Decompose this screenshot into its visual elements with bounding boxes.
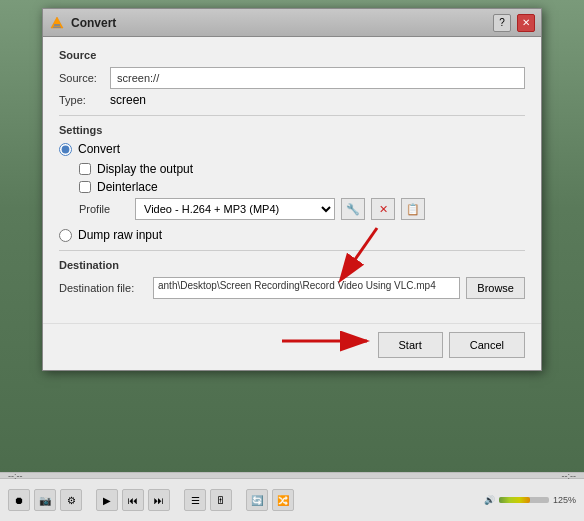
dialog-wrapper: Convert ? ✕ Source Source: screen:// Typ…: [0, 0, 584, 521]
vlc-shuffle-button[interactable]: 🔀: [272, 489, 294, 511]
display-output-row: Display the output: [79, 162, 525, 176]
source-section: Source Source: screen:// Type: screen: [59, 49, 525, 107]
destination-file-row: Destination file: anth\Desktop\Screen Re…: [59, 277, 525, 299]
divider-2: [59, 250, 525, 251]
vlc-equalizer-button[interactable]: 🎚: [210, 489, 232, 511]
vlc-volume-icon: 🔊: [484, 495, 495, 505]
vlc-prev-button[interactable]: ⏮: [122, 489, 144, 511]
close-button[interactable]: ✕: [517, 14, 535, 32]
down-arrow: [327, 223, 387, 283]
profile-delete-button[interactable]: ✕: [371, 198, 395, 220]
source-key: Source:: [59, 72, 104, 84]
destination-file-input[interactable]: anth\Desktop\Screen Recording\Record Vid…: [153, 277, 460, 299]
vlc-controls: ⏺ 📷 ⚙ ▶ ⏮ ⏭ ☰ 🎚 🔄 🔀 🔊 125%: [0, 479, 584, 521]
convert-radio[interactable]: [59, 143, 72, 156]
vlc-settings-button[interactable]: ⚙: [60, 489, 82, 511]
svg-line-4: [347, 228, 377, 271]
source-section-label: Source: [59, 49, 525, 61]
vlc-step-back-button[interactable]: ⏭: [148, 489, 170, 511]
vlc-icon: [49, 15, 65, 31]
type-value: screen: [110, 93, 146, 107]
profile-row: Profile Video - H.264 + MP3 (MP4) 🔧 ✕ 📋: [79, 198, 525, 220]
vlc-volume-bar[interactable]: [499, 497, 549, 503]
profile-select[interactable]: Video - H.264 + MP3 (MP4): [135, 198, 335, 220]
vlc-playlist-button[interactable]: ☰: [184, 489, 206, 511]
type-key: Type:: [59, 94, 104, 106]
divider-1: [59, 115, 525, 116]
dump-raw-row: Dump raw input: [59, 228, 525, 242]
svg-rect-1: [54, 24, 60, 26]
convert-radio-label: Convert: [78, 142, 120, 156]
vlc-loop-button[interactable]: 🔄: [246, 489, 268, 511]
vlc-volume-fill: [499, 497, 530, 503]
settings-section: Settings Convert Display the output Dein…: [59, 124, 525, 242]
dump-raw-label: Dump raw input: [78, 228, 162, 242]
dialog-title: Convert: [71, 16, 487, 30]
title-bar: Convert ? ✕: [43, 9, 541, 37]
vlc-time-right: --:--: [562, 471, 577, 481]
settings-section-label: Settings: [59, 124, 525, 136]
display-output-label: Display the output: [97, 162, 193, 176]
type-row: Type: screen: [59, 93, 525, 107]
vlc-volume-pct: 125%: [553, 495, 576, 505]
vlc-play-button[interactable]: ▶: [96, 489, 118, 511]
svg-rect-2: [53, 26, 61, 28]
dialog-body: Source Source: screen:// Type: screen Se…: [43, 37, 541, 319]
deinterlace-label: Deinterlace: [97, 180, 158, 194]
cancel-button[interactable]: Cancel: [449, 332, 525, 358]
destination-section: Destination Destination file: anth\Deskt…: [59, 259, 525, 299]
dump-raw-radio[interactable]: [59, 229, 72, 242]
vlc-time-left: --:--: [8, 471, 23, 481]
profile-wrench-button[interactable]: 🔧: [341, 198, 365, 220]
display-output-checkbox[interactable]: [79, 163, 91, 175]
vlc-volume-control: 🔊 125%: [484, 495, 576, 505]
profile-copy-button[interactable]: 📋: [401, 198, 425, 220]
deinterlace-checkbox[interactable]: [79, 181, 91, 193]
source-row: Source: screen://: [59, 67, 525, 89]
start-button[interactable]: Start: [378, 332, 443, 358]
destination-file-value: anth\Desktop\Screen Recording\Record Vid…: [158, 280, 436, 291]
browse-button[interactable]: Browse: [466, 277, 525, 299]
vlc-camera-button[interactable]: 📷: [34, 489, 56, 511]
convert-radio-row: Convert: [59, 142, 525, 156]
profile-label: Profile: [79, 203, 129, 215]
destination-section-label: Destination: [59, 259, 525, 271]
vlc-player-bar: --:-- --:-- ⏺ 📷 ⚙ ▶ ⏮ ⏭ ☰ 🎚 🔄 🔀 🔊 125%: [0, 472, 584, 521]
right-arrow: [277, 323, 377, 359]
svg-marker-0: [51, 17, 63, 28]
help-button[interactable]: ?: [493, 14, 511, 32]
destination-file-label: Destination file:: [59, 282, 147, 294]
convert-dialog: Convert ? ✕ Source Source: screen:// Typ…: [42, 8, 542, 371]
deinterlace-row: Deinterlace: [79, 180, 525, 194]
vlc-record-button[interactable]: ⏺: [8, 489, 30, 511]
source-value: screen://: [117, 72, 159, 84]
source-value-box: screen://: [110, 67, 525, 89]
